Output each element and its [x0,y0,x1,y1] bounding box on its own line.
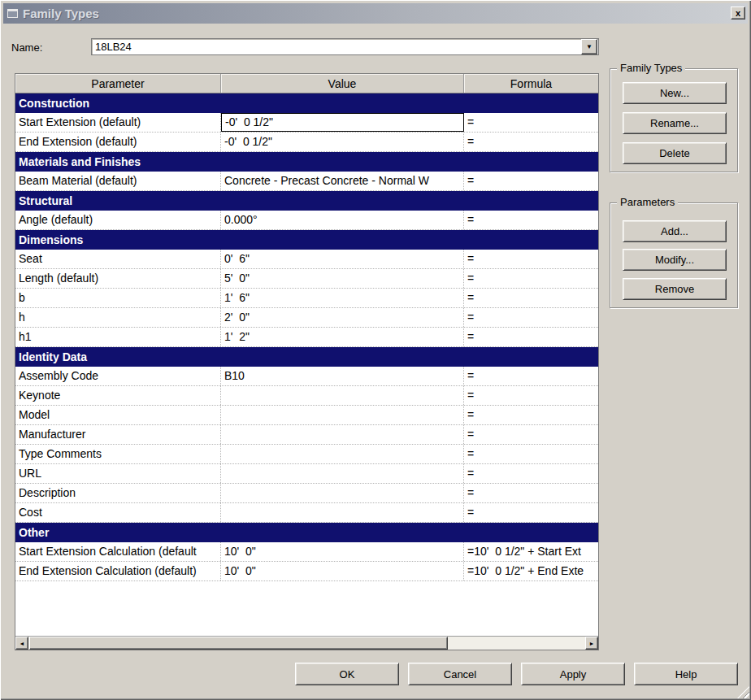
param-value-cell[interactable]: -0' 0 1/2" [221,113,464,132]
param-name-cell: URL [15,464,221,483]
param-row: Description= [15,484,598,503]
param-value-cell[interactable] [221,425,464,444]
param-row: End Extension (default)-0' 0 1/2"= [15,133,598,152]
table-header: Parameter Value Formula [15,74,598,93]
help-button[interactable]: Help [634,663,738,685]
param-value-cell[interactable] [221,503,464,522]
param-name-cell: Start Extension Calculation (default [15,542,221,561]
scroll-left-button[interactable]: ◄ [15,637,28,650]
param-formula-cell[interactable]: = [464,211,598,229]
param-name-cell: End Extension Calculation (default) [15,562,221,580]
param-formula-cell[interactable]: = [464,172,598,190]
param-value-cell[interactable] [221,406,464,424]
titlebar[interactable]: Family Types [3,3,748,24]
param-formula-cell[interactable]: = [464,445,598,463]
param-formula-cell[interactable]: = [464,367,598,385]
param-row: Length (default)5' 0"= [15,269,598,289]
param-value-cell[interactable]: 5' 0" [221,269,464,288]
param-value-cell[interactable] [221,484,464,502]
remove-button[interactable]: Remove [623,278,727,300]
param-name-cell: Keynote [15,386,221,405]
new-button[interactable]: New... [623,82,727,104]
param-value-cell[interactable]: 0' 6" [221,250,464,268]
param-row: Angle (default)0.000°= [15,211,598,230]
parameters-group: Parameters Add... Modify... Remove [610,202,738,308]
param-name-cell: h1 [15,328,221,346]
param-formula-cell[interactable]: = [464,133,598,151]
param-formula-cell[interactable]: = [464,406,598,424]
param-row: Start Extension Calculation (default10' … [15,542,598,562]
section-row: Dimensions [15,230,598,250]
param-name-cell: Type Comments [15,445,221,463]
param-formula-cell[interactable]: = [464,289,598,307]
section-row: Structural [15,191,598,211]
param-value-cell[interactable] [221,445,464,463]
section-row: Other [15,523,598,542]
param-value-cell[interactable] [221,386,464,405]
param-value-cell[interactable]: 1' 6" [221,289,464,307]
param-formula-cell[interactable]: = [464,250,598,268]
param-value-cell[interactable]: 2' 0" [221,308,464,327]
param-formula-cell[interactable]: = [464,113,598,132]
family-types-dialog: Family Types x Name: 18LB24 ▼ Parameter … [0,0,751,700]
param-name-cell: h [15,308,221,327]
name-combobox-value: 18LB24 [92,41,580,53]
param-formula-cell[interactable]: =10' 0 1/2" + End Exte [464,562,598,580]
param-name-cell: Cost [15,503,221,522]
add-button[interactable]: Add... [623,220,727,242]
param-name-cell: Angle (default) [15,211,221,229]
param-formula-cell[interactable]: = [464,328,598,346]
param-name-cell: Model [15,406,221,424]
param-row: Start Extension (default)-0' 0 1/2"= [15,113,598,133]
apply-button[interactable]: Apply [521,663,625,685]
close-button[interactable]: x [731,7,745,20]
window-icon [7,9,18,18]
cancel-button[interactable]: Cancel [408,663,512,685]
ok-button[interactable]: OK [295,663,399,685]
delete-button[interactable]: Delete [623,142,727,164]
section-row: Materials and Finishes [15,152,598,172]
section-label: Dimensions [15,230,83,250]
param-value-cell[interactable]: 0.000° [221,211,464,229]
param-name-cell: Seat [15,250,221,268]
section-label: Construction [15,93,89,113]
modify-button[interactable]: Modify... [623,249,727,271]
param-row: Beam Material (default)Concrete - Precas… [15,172,598,191]
name-combobox[interactable]: 18LB24 ▼ [91,38,599,55]
param-row: URL= [15,464,598,484]
param-formula-cell[interactable]: = [464,503,598,522]
window-title: Family Types [23,7,99,20]
dropdown-arrow-icon[interactable]: ▼ [581,39,597,54]
family-types-group: Family Types New... Rename... Delete [610,68,738,172]
param-row: Model= [15,406,598,425]
param-value-cell[interactable]: B10 [221,367,464,385]
param-value-cell[interactable]: 1' 2" [221,328,464,346]
param-value-cell[interactable]: -0' 0 1/2" [221,133,464,151]
param-formula-cell[interactable]: = [464,269,598,288]
param-value-cell[interactable] [221,464,464,483]
resize-grip[interactable] [737,686,749,698]
param-name-cell: b [15,289,221,307]
scrollbar-track[interactable] [28,637,585,650]
family-types-group-title: Family Types [617,63,685,74]
param-formula-cell[interactable]: = [464,484,598,502]
param-formula-cell[interactable]: = [464,464,598,483]
param-formula-cell[interactable]: = [464,425,598,444]
horizontal-scrollbar[interactable]: ◄ ► [15,636,598,650]
scroll-right-button[interactable]: ► [585,637,598,650]
param-value-cell[interactable]: 10' 0" [221,562,464,580]
column-header-value: Value [221,74,464,93]
param-row: h2' 0"= [15,308,598,328]
param-formula-cell[interactable]: =10' 0 1/2" + Start Ext [464,542,598,561]
rename-button[interactable]: Rename... [623,112,727,134]
param-value-cell[interactable]: Concrete - Precast Concrete - Normal W [221,172,464,190]
param-value-cell[interactable]: 10' 0" [221,542,464,561]
parameter-table: Parameter Value Formula ConstructionStar… [15,73,599,650]
param-formula-cell[interactable]: = [464,308,598,327]
param-formula-cell[interactable]: = [464,386,598,405]
name-label: Name: [11,41,42,54]
param-name-cell: Beam Material (default) [15,172,221,190]
param-row: Assembly CodeB10= [15,367,598,386]
param-name-cell: Length (default) [15,269,221,288]
scrollbar-thumb[interactable] [29,637,448,650]
